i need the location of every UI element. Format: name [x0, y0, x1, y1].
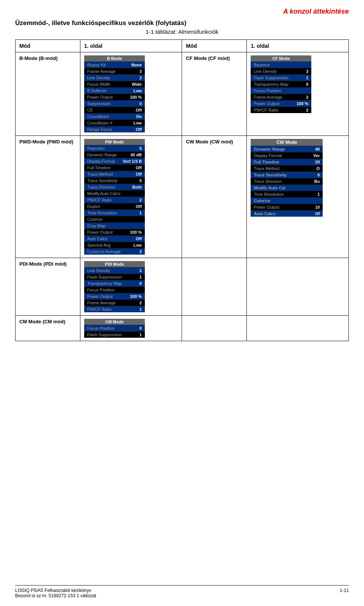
page-footer: LOGIQ P5/A5 Felhasználói kézikönyv Besor… [15, 585, 349, 598]
pdi-menu-title: PDI Mode [84, 261, 145, 267]
pw-menu-row-14: Auto Calcs Off [84, 235, 145, 242]
cm-mode-label: CM Mode (CM mód) [16, 316, 80, 341]
b-menu-row-0: Biopsy Kit None [84, 61, 145, 68]
pw-menu-row-15: Spectral Avg Low [84, 242, 145, 248]
cw-menu-title: CW Mode [251, 139, 323, 146]
cf-menu-title: CF Mode [251, 55, 311, 61]
pw-menu-row-11: Colorize [84, 216, 145, 222]
table-title: 1-1 táblázat: Almenüfunkciók [15, 28, 349, 35]
cf-menu-row-0: Baseline [251, 61, 311, 68]
cf-menu-row-2: Flash Suppression 1 [251, 74, 311, 81]
cf-menu-row-6: Power Output 100 % [251, 100, 311, 107]
header-title: A konzol áttekintése [283, 8, 349, 15]
pdi-menu-row-3: Focus Position [84, 286, 145, 293]
cw-menu-row-0: Dynamic Range 40 [251, 146, 323, 152]
page-header: A konzol áttekintése Üzemmód-, illetve f… [15, 8, 349, 35]
pwd-mode-label: PWD-Mode (PWD mód) [16, 136, 80, 258]
pw-menu-row-10: Time Resolution 1 [84, 209, 145, 216]
b-menu-row-2: Line Density 2 [84, 74, 145, 81]
pw-menu-row-2: Display,Format Vert 1/3 B [84, 158, 145, 164]
cf-menu-row-4: Focus Position [251, 87, 311, 94]
table-row: PWD-Mode (PWD mód) PW Mode Rejection 0 D… [16, 136, 349, 258]
cw-menu-row-1: Display Format Ver [251, 152, 323, 159]
pdi-menu-row-6: PW/CF Ratio 1 [84, 306, 145, 312]
doc-title: Üzemmód-, illetve funkcióspecifikus vezé… [15, 19, 349, 27]
cw-mode-menu: CW Mode Dynamic Range 40 Display Format … [247, 136, 349, 258]
cw-menu-row-4: Trace Sensitivity 0 [251, 172, 323, 178]
table-row: PDI-Mode (PDI mód) PDI Mode Line Density… [16, 258, 349, 316]
b-menu-row-3: Focus Width Wide [84, 81, 145, 87]
pw-menu-row-7: Modify,Auto Calcs [84, 190, 145, 197]
footer-left-line1: LOGIQ P5/A5 Felhasználói kézikönyv [15, 588, 96, 593]
cm-menu-row-0: Focus Position 0 [84, 325, 145, 331]
b-mode-menu: B Mode Biopsy Kit None Frame Average 3 L… [80, 52, 182, 136]
pw-menu-row-6: Trace,Direction Both [84, 184, 145, 190]
cw-menu-row-5: Trace Direction Bo [251, 178, 323, 184]
empty-img2 [247, 316, 349, 341]
cw-mode-label: CW Mode (CW mód) [182, 136, 247, 258]
pw-menu-row-12: Gray Map [84, 222, 145, 229]
cw-menu-row-8: Colorize [251, 197, 323, 204]
pdi-menu-row-5: Frame Average 2 [84, 299, 145, 306]
b-menu-box: B Mode Biopsy Kit None Frame Average 3 L… [84, 55, 145, 132]
b-menu-row-4: B Softener Low [84, 87, 145, 94]
cw-menu-row-2: Full Timeline Of [251, 159, 323, 165]
pw-menu-row-16: Cycles,to Average 2 [84, 248, 145, 255]
pw-menu-row-4: Trace,Method Off [84, 171, 145, 177]
pw-menu-row-9: Duplex Off [84, 203, 145, 209]
pw-menu-row-5: Trace Sensitivity 0 [84, 177, 145, 184]
pw-menu-row-0: Rejection 0 [84, 145, 145, 151]
col-header-img1: 1. oldal [80, 40, 182, 52]
cw-menu-row-9: Power Output 10 [251, 204, 323, 210]
pdi-mode-menu: PDI Mode Line Density 2 Flash Suppressio… [80, 258, 182, 316]
cf-menu-row-3: Transparency Map 0 [251, 81, 311, 87]
cf-menu-row-7: PW/CF Ratio 2 [251, 107, 311, 113]
cw-menu-row-6: Modify Auto Cal [251, 184, 323, 191]
b-menu-row-8: CrossBeam On [84, 113, 145, 120]
b-menu-row-7: CE Off [84, 107, 145, 113]
pdi-menu-box: PDI Mode Line Density 2 Flash Suppressio… [84, 261, 145, 312]
b-menu-row-1: Frame Average 3 [84, 68, 145, 74]
cm-menu-box: CM Mode Focus Position 0 Flash Suppressi… [84, 319, 145, 338]
table-row: CM Mode (CM mód) CM Mode Focus Position … [16, 316, 349, 341]
pdi-menu-row-1: Flash Suppression 1 [84, 274, 145, 280]
cw-menu-row-7: Time Resolution 1 [251, 191, 323, 197]
footer-right: 1-11 [340, 588, 349, 598]
pdi-menu-row-4: Power Output 100 % [84, 293, 145, 299]
cw-menu-row-10: Auto Calcs Of [251, 210, 323, 217]
b-menu-title: B Mode [84, 55, 145, 61]
footer-left: LOGIQ P5/A5 Felhasználói kézikönyv Besor… [15, 588, 96, 598]
col-header-mode2: Mód [182, 40, 247, 52]
b-menu-row-5: Power Output 100 % [84, 94, 145, 100]
pw-menu-row-8: PW/CF Ratio 2 [84, 197, 145, 203]
b-menu-row-10: Range Focus Off [84, 126, 145, 132]
pw-menu-box: PW Mode Rejection 0 Dynamic Range 40 dB … [84, 139, 145, 255]
pw-menu-row-1: Dynamic Range 40 dB [84, 151, 145, 158]
empty-img [247, 258, 349, 316]
empty-mode2 [182, 316, 247, 341]
pdi-menu-row-2: Transparency Map 0 [84, 280, 145, 286]
pw-mode-menu: PW Mode Rejection 0 Dynamic Range 40 dB … [80, 136, 182, 258]
b-menu-row-6: Suppression 0 [84, 100, 145, 107]
pw-menu-row-3: Full Timeline Off [84, 164, 145, 171]
empty-mode [182, 258, 247, 316]
cf-mode-label: CF Mode (CF mód) [182, 52, 247, 136]
cf-menu-row-5: Frame Average 2 [251, 94, 311, 100]
b-mode-label: B-Mode (B-mód) [16, 52, 80, 136]
b-menu-row-9: CrossBeam # Low [84, 120, 145, 126]
main-table: Mód 1. oldal Mód 1. oldal B-Mode (B-mód)… [15, 39, 349, 341]
pw-menu-title: PW Mode [84, 139, 145, 145]
table-row: B-Mode (B-mód) B Mode Biopsy Kit None Fr… [16, 52, 349, 136]
cw-menu-box: CW Mode Dynamic Range 40 Display Format … [251, 139, 323, 217]
cw-menu-row-3: Trace Method O [251, 165, 323, 172]
cm-mode-menu: CM Mode Focus Position 0 Flash Suppressi… [80, 316, 182, 341]
pw-menu-row-13: Power Output 100 % [84, 229, 145, 235]
pdi-menu-row-0: Line Density 2 [84, 267, 145, 274]
cm-menu-row-1: Flash Suppression 1 [84, 331, 145, 338]
cm-menu-title: CM Mode [84, 319, 145, 325]
cf-mode-menu: CF Mode Baseline Line Density 3 Flash Su… [247, 52, 349, 136]
cf-menu-row-1: Line Density 3 [251, 68, 311, 74]
col-header-img2: 1. oldal [247, 40, 349, 52]
cf-menu-box: CF Mode Baseline Line Density 3 Flash Su… [251, 55, 311, 113]
footer-left-line2: Besorol·si sz·m: 5189272-153 1 változat [15, 593, 96, 598]
